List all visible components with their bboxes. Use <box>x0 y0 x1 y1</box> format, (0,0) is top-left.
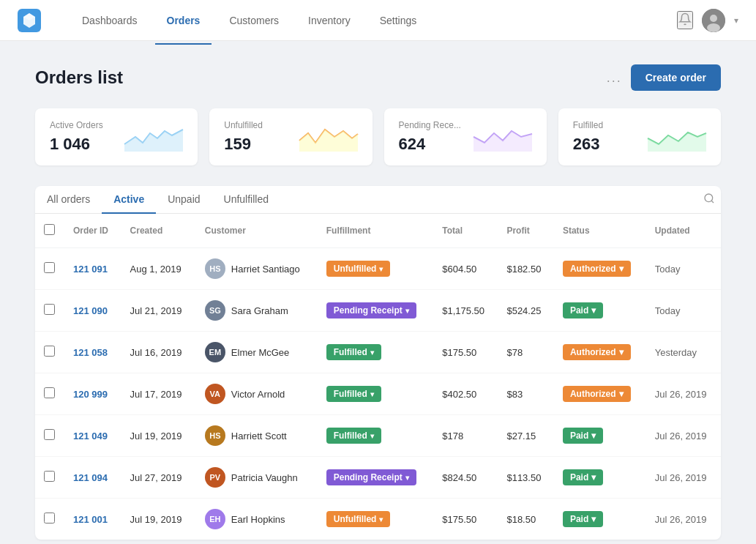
order-id[interactable]: 121 049 <box>73 431 108 441</box>
order-id[interactable]: 121 091 <box>73 264 108 275</box>
order-created: Jul 21, 2019 <box>121 290 196 332</box>
col-updated: Updated <box>646 214 721 248</box>
order-id[interactable]: 120 999 <box>73 389 108 400</box>
main-nav: Dashboards Orders Customers Inventory Se… <box>70 9 677 32</box>
status-badge[interactable]: Paid ▾ <box>563 302 603 318</box>
order-total: $604.50 <box>433 248 498 290</box>
row-checkbox[interactable] <box>44 304 55 315</box>
nav-inventory[interactable]: Inventory <box>296 9 362 32</box>
fulfillment-badge[interactable]: Fulfilled ▾ <box>326 344 381 360</box>
col-order-id: Order ID <box>64 214 121 248</box>
table-row: 121 058Jul 16, 2019EMElmer McGeeFulfille… <box>35 332 721 373</box>
nav-settings[interactable]: Settings <box>368 9 429 32</box>
row-checkbox[interactable] <box>44 262 55 273</box>
status-badge[interactable]: Paid ▾ <box>563 511 603 527</box>
nav-customers[interactable]: Customers <box>217 9 291 32</box>
fulfillment-dropdown-arrow: ▾ <box>405 474 409 482</box>
status-badge[interactable]: Paid ▾ <box>563 428 603 444</box>
stat-pending-chart <box>474 122 532 152</box>
stat-unfulfilled-chart <box>299 122 358 152</box>
fulfillment-dropdown-arrow: ▾ <box>370 432 374 440</box>
order-id[interactable]: 121 094 <box>73 472 108 483</box>
row-checkbox[interactable] <box>44 471 55 482</box>
col-profit: Profit <box>498 214 554 248</box>
order-updated: Jul 26, 2019 <box>646 373 721 415</box>
status-badge[interactable]: Authorized ▾ <box>563 261 631 277</box>
row-checkbox-cell <box>35 457 64 499</box>
customer-name: Harriet Santiago <box>231 264 300 275</box>
stat-active-label: Active Orders <box>50 120 103 130</box>
select-all-checkbox[interactable] <box>44 224 55 235</box>
nav-dashboards[interactable]: Dashboards <box>70 9 149 32</box>
status-badge[interactable]: Authorized ▾ <box>563 344 631 360</box>
tab-active[interactable]: Active <box>102 186 156 214</box>
order-status: Paid ▾ <box>554 499 646 540</box>
row-checkbox[interactable] <box>44 346 55 357</box>
stats-grid: Active Orders 1 046 Unfulfilled 159 Pend… <box>35 108 721 165</box>
col-status: Status <box>554 214 646 248</box>
order-profit: $27.15 <box>498 415 554 457</box>
tabs-bar: All orders Active Unpaid Unfulfilled <box>35 186 721 214</box>
col-fulfillment: Fulfillment <box>318 214 433 248</box>
order-id[interactable]: 121 090 <box>73 305 108 316</box>
stat-fulfilled: Fulfilled 263 <box>558 108 721 165</box>
notifications-bell[interactable] <box>677 11 693 29</box>
order-id[interactable]: 121 001 <box>73 514 108 525</box>
col-created: Created <box>121 214 196 248</box>
table-search-button[interactable] <box>697 187 721 213</box>
fulfillment-badge[interactable]: Unfulfilled ▾ <box>326 261 391 277</box>
row-checkbox[interactable] <box>44 387 55 398</box>
tab-unfulfilled[interactable]: Unfulfilled <box>212 186 280 214</box>
order-profit: $524.25 <box>498 290 554 332</box>
order-status: Authorized ▾ <box>554 248 646 290</box>
stat-pending: Pending Rece... 624 <box>384 108 547 165</box>
order-profit: $83 <box>498 373 554 415</box>
order-id[interactable]: 121 058 <box>73 347 108 358</box>
customer-name: Patricia Vaughn <box>231 472 298 483</box>
row-checkbox[interactable] <box>44 429 55 440</box>
order-customer: EHEarl Hopkins <box>196 499 318 540</box>
create-order-button[interactable]: Create order <box>631 64 721 91</box>
user-menu-chevron[interactable]: ▾ <box>734 15 738 26</box>
customer-name: Sara Graham <box>231 305 288 316</box>
customer-avatar: EM <box>205 342 225 362</box>
order-created: Jul 19, 2019 <box>121 499 196 540</box>
status-dropdown-arrow: ▾ <box>591 305 596 316</box>
row-checkbox-cell <box>35 373 64 415</box>
row-checkbox-cell <box>35 332 64 373</box>
order-created: Jul 27, 2019 <box>121 457 196 499</box>
fulfillment-badge[interactable]: Fulfilled ▾ <box>326 386 381 402</box>
order-customer: EMElmer McGee <box>196 332 318 373</box>
status-dropdown-arrow: ▾ <box>619 389 624 399</box>
fulfillment-dropdown-arrow: ▾ <box>405 307 409 315</box>
fulfillment-dropdown-arrow: ▾ <box>370 390 374 398</box>
nav-orders[interactable]: Orders <box>155 9 212 32</box>
customer-name: Earl Hopkins <box>231 514 285 525</box>
logo <box>18 9 41 32</box>
tab-all-orders[interactable]: All orders <box>35 186 102 214</box>
fulfillment-badge[interactable]: Pending Receipt ▾ <box>326 302 416 318</box>
order-fulfillment: Fulfilled ▾ <box>318 373 433 415</box>
order-profit: $113.50 <box>498 457 554 499</box>
status-badge[interactable]: Authorized ▾ <box>563 386 631 402</box>
fulfillment-dropdown-arrow: ▾ <box>370 349 374 357</box>
user-avatar[interactable] <box>702 9 725 32</box>
status-badge[interactable]: Paid ▾ <box>563 469 603 485</box>
header-right: ▾ <box>677 9 738 32</box>
more-options-button[interactable]: ... <box>607 70 622 86</box>
svg-marker-4 <box>124 130 183 152</box>
header-checkbox-cell <box>35 214 64 248</box>
tab-unpaid[interactable]: Unpaid <box>156 186 212 214</box>
table-row: 121 091Aug 1, 2019HSHarriet SantiagoUnfu… <box>35 248 721 290</box>
stat-fulfilled-label: Fulfilled <box>573 120 603 130</box>
orders-table: Order ID Created Customer Fulfillment To… <box>35 214 721 540</box>
fulfillment-badge[interactable]: Pending Receipt ▾ <box>326 469 416 485</box>
status-dropdown-arrow: ▾ <box>591 472 596 482</box>
table-row: 121 001Jul 19, 2019EHEarl HopkinsUnfulfi… <box>35 499 721 540</box>
fulfillment-dropdown-arrow: ▾ <box>379 265 383 273</box>
fulfillment-badge[interactable]: Unfulfilled ▾ <box>326 511 391 527</box>
row-checkbox[interactable] <box>44 513 55 523</box>
order-created: Jul 19, 2019 <box>121 415 196 457</box>
status-dropdown-arrow: ▾ <box>591 514 596 524</box>
fulfillment-badge[interactable]: Fulfilled ▾ <box>326 428 381 444</box>
